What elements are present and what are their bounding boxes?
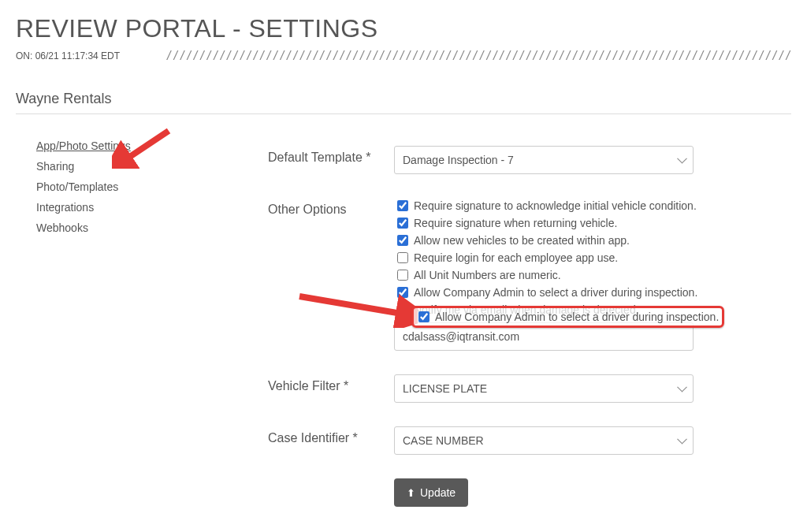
opt-allow-admin-select-driver-highlighted: Allow Company Admin to select a driver d… [415,309,719,325]
checkbox-require-login-each-use[interactable] [397,252,408,263]
sidebar-item-photo-templates[interactable]: Photo/Templates [36,180,118,193]
vehicle-filter-select[interactable]: LICENSE PLATE [394,374,694,403]
opt-require-signature-initial: Require signature to acknowledge initial… [394,198,791,214]
page-title: REVIEW PORTAL - SETTINGS [16,14,791,43]
opt-label: Allow Company Admin to select a driver d… [414,286,697,299]
opt-label: Allow Company Admin to select a driver d… [435,311,719,323]
opt-label: Require login for each employee app use. [414,251,618,264]
sidebar-item-webhooks[interactable]: Webhooks [36,221,88,234]
sidebar: App/Photo Settings Sharing Photo/Templat… [16,128,268,530]
vehicle-filter-label: Vehicle Filter * [268,374,394,393]
update-button[interactable]: ⬆ Update [394,478,468,507]
opt-label: All Unit Numbers are numeric. [414,269,561,281]
checkbox-require-signature-initial[interactable] [397,200,408,211]
timestamp: ON: 06/21 11:17:34 EDT [16,50,167,61]
opt-allow-new-vehicles: Allow new vehicles to be created within … [394,233,791,248]
checkbox-allow-admin-select-driver-highlighted[interactable] [418,311,430,322]
meta-row: ON: 06/21 11:17:34 EDT//////////////////… [16,48,791,64]
settings-form: Default Template * Damage Inspection - 7… [268,128,791,530]
sidebar-item-app-photo-settings[interactable]: App/Photo Settings [36,140,131,152]
case-identifier-label: Case Identifier * [268,426,394,445]
checkbox-allow-admin-select-driver[interactable] [397,287,408,298]
opt-require-signature-return: Require signature when returning vehicle… [394,215,791,231]
opt-unit-numbers-numeric: All Unit Numbers are numeric. [394,267,791,283]
update-button-label: Update [420,486,456,499]
opt-label: Allow new vehicles to be created within … [414,234,630,247]
stripe-decoration: ////////////////////////////////////////… [167,49,791,63]
opt-label: Require signature when returning vehicle… [414,217,617,229]
checkbox-unit-numbers-numeric[interactable] [397,270,408,281]
opt-allow-admin-select-driver: Allow Company Admin to select a driver d… [394,285,791,300]
case-identifier-select[interactable]: CASE NUMBER [394,426,694,455]
opt-label: Require signature to acknowledge initial… [414,199,697,212]
checkbox-notify-email-damage[interactable] [397,304,408,315]
checkbox-allow-new-vehicles[interactable] [397,235,408,246]
company-name: Wayne Rentals [16,87,791,114]
sidebar-item-sharing[interactable]: Sharing [36,160,74,173]
checkbox-require-signature-return[interactable] [397,218,408,229]
other-options-label: Other Options [268,198,394,217]
notify-email-input[interactable] [394,322,694,351]
sidebar-item-integrations[interactable]: Integrations [36,201,94,214]
default-template-select[interactable]: Damage Inspection - 7 [394,146,694,174]
upload-icon: ⬆ [407,487,415,499]
annotation-highlight-box: Allow Company Admin to select a driver d… [411,306,724,328]
default-template-label: Default Template * [268,146,394,165]
opt-require-login-each-use: Require login for each employee app use. [394,250,791,266]
